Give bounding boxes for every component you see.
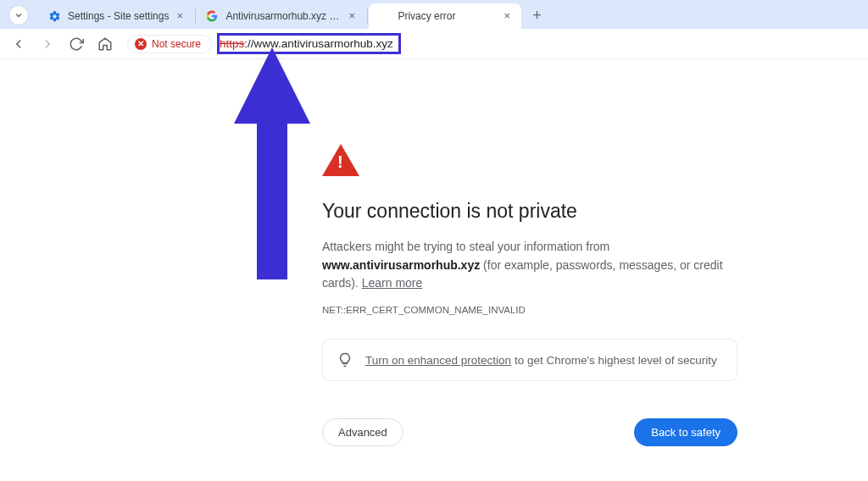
home-button[interactable]: [93, 32, 117, 56]
close-icon[interactable]: ×: [501, 10, 513, 22]
button-row: Advanced Back to safety: [322, 418, 737, 446]
url-field[interactable]: https://www.antivirusarmorhub.xyz: [217, 33, 861, 54]
tab-title: Settings - Site settings: [68, 10, 169, 22]
back-to-safety-button[interactable]: Back to safety: [634, 418, 737, 446]
reload-button[interactable]: [64, 32, 88, 56]
tip-suffix: to get Chrome's highest level of securit…: [511, 354, 717, 367]
security-label: Not secure: [152, 38, 201, 50]
google-icon: [205, 9, 219, 23]
tab-title: Antivirusarmorhub.xyz - Google: [225, 10, 341, 22]
gear-icon: [47, 9, 61, 23]
close-icon[interactable]: ×: [346, 10, 358, 22]
tab-list-controls: [5, 5, 39, 29]
url-host: ://www.antivirusarmorhub.xyz: [244, 37, 393, 50]
tab-separator: [367, 8, 368, 24]
tip-text: Turn on enhanced protection to get Chrom…: [365, 354, 717, 367]
tab-search-button[interactable]: [8, 5, 29, 25]
tab-privacy-error[interactable]: Privacy error ×: [369, 3, 521, 29]
enhanced-protection-tip: Turn on enhanced protection to get Chrom…: [322, 339, 737, 381]
error-body: Attackers might be trying to steal your …: [322, 238, 737, 293]
back-button[interactable]: [7, 32, 31, 56]
error-domain: www.antivirusarmorhub.xyz: [322, 258, 480, 272]
error-body-prefix: Attackers might be trying to steal your …: [322, 240, 609, 253]
error-heading: Your connection is not private: [322, 200, 737, 223]
tab-settings[interactable]: Settings - Site settings ×: [39, 3, 194, 29]
close-icon[interactable]: ×: [174, 10, 186, 22]
url-protocol: https: [220, 37, 244, 50]
enhanced-protection-link[interactable]: Turn on enhanced protection: [365, 354, 511, 367]
learn-more-link[interactable]: Learn more: [362, 276, 423, 290]
error-code: NET::ERR_CERT_COMMON_NAME_INVALID: [322, 305, 737, 315]
privacy-error-page: Your connection is not private Attackers…: [322, 144, 737, 446]
new-tab-button[interactable]: +: [525, 3, 548, 27]
tab-separator: [195, 8, 196, 24]
forward-button[interactable]: [36, 32, 59, 56]
lightbulb-icon: [337, 351, 353, 368]
tab-google-search[interactable]: Antivirusarmorhub.xyz - Google ×: [197, 3, 366, 29]
security-chip[interactable]: ✕ Not secure: [127, 35, 212, 53]
annotation-arrow: [234, 47, 310, 279]
blank-favicon: [377, 9, 391, 23]
toolbar: ✕ Not secure https://www.antivirusarmorh…: [0, 29, 868, 59]
tab-title: Privacy error: [398, 10, 496, 22]
address-bar[interactable]: ✕ Not secure https://www.antivirusarmorh…: [127, 31, 861, 57]
advanced-button[interactable]: Advanced: [322, 418, 403, 446]
annotation-highlight-box: https://www.antivirusarmorhub.xyz: [217, 33, 401, 54]
warning-icon: [322, 144, 359, 176]
tab-strip: Settings - Site settings × Antivirusarmo…: [0, 0, 868, 29]
not-secure-icon: ✕: [135, 38, 147, 50]
svg-marker-0: [234, 47, 310, 279]
